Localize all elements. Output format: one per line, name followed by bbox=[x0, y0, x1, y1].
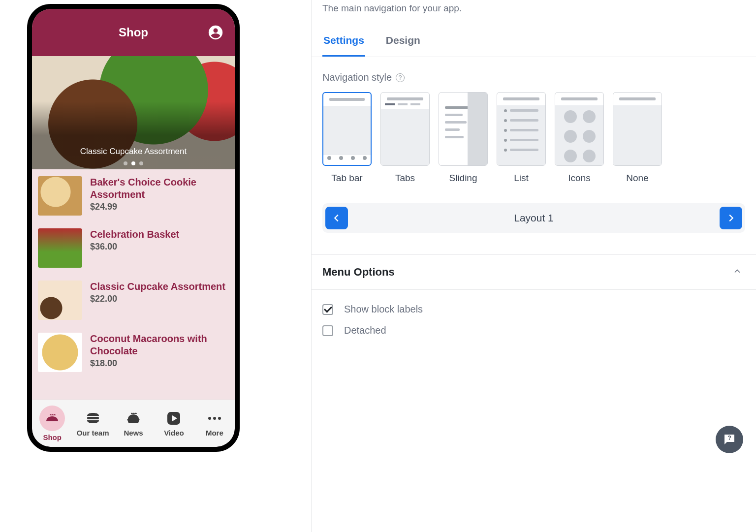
help-chat-button[interactable]: ? bbox=[716, 426, 743, 453]
nav-style-label: Tab bar bbox=[331, 173, 362, 184]
tab-label: News bbox=[124, 429, 143, 437]
nav-style-sliding[interactable]: Sliding bbox=[439, 92, 488, 184]
product-price: $18.00 bbox=[90, 358, 229, 369]
tab-design[interactable]: Design bbox=[385, 30, 421, 57]
hero-caption: Classic Cupcake Assortment bbox=[32, 147, 235, 156]
layout-selector: Layout 1 bbox=[322, 203, 745, 233]
svg-point-3 bbox=[213, 417, 216, 420]
chevron-up-icon bbox=[732, 266, 742, 278]
tab-label: Video bbox=[164, 429, 184, 437]
product-name: Baker's Choice Cookie Assortment bbox=[90, 176, 229, 201]
panel-description: The main navigation for your app. bbox=[312, 0, 756, 14]
product-item[interactable]: Celebration Basket $36.00 bbox=[38, 228, 229, 268]
option-detached[interactable]: Detached bbox=[322, 325, 745, 336]
nav-style-label: Navigation style ? bbox=[312, 57, 756, 85]
tab-more[interactable]: More bbox=[194, 400, 235, 447]
product-price: $24.99 bbox=[90, 202, 229, 212]
svg-point-2 bbox=[208, 417, 211, 420]
dish-icon bbox=[41, 410, 63, 427]
tab-label: Shop bbox=[43, 433, 62, 441]
nav-style-list[interactable]: List bbox=[497, 92, 546, 184]
nav-style-label: List bbox=[514, 173, 529, 184]
carousel-dots bbox=[32, 161, 235, 165]
nav-style-label: Sliding bbox=[449, 173, 477, 184]
product-price: $36.00 bbox=[90, 242, 179, 252]
layout-prev-button[interactable] bbox=[325, 207, 348, 229]
settings-panel: The main navigation for your app. Settin… bbox=[311, 0, 756, 532]
nav-style-tabs[interactable]: Tabs bbox=[380, 92, 430, 184]
product-thumb bbox=[38, 333, 82, 372]
nav-style-tab-bar[interactable]: Tab bar bbox=[322, 92, 372, 184]
svg-text:?: ? bbox=[727, 435, 731, 441]
carousel-dot-active[interactable] bbox=[131, 161, 135, 165]
tab-label: More bbox=[206, 429, 223, 437]
tab-settings[interactable]: Settings bbox=[322, 30, 365, 57]
product-thumb bbox=[38, 176, 82, 216]
nav-style-label-text: Navigation style bbox=[322, 72, 392, 83]
app-header: Shop bbox=[32, 9, 235, 56]
nav-style-thumb bbox=[555, 92, 604, 166]
nav-style-thumb bbox=[439, 92, 488, 166]
nav-style-thumb bbox=[322, 92, 372, 166]
product-thumb bbox=[38, 228, 82, 268]
dots-icon bbox=[203, 410, 226, 427]
product-name: Classic Cupcake Assortment bbox=[90, 281, 225, 293]
layout-label: Layout 1 bbox=[514, 212, 554, 224]
tab-video[interactable]: Video bbox=[154, 400, 194, 447]
phone-screen: Shop Classic Cupcake Assortment Baker's bbox=[32, 9, 235, 447]
panel-tabs: Settings Design bbox=[312, 30, 756, 57]
product-item[interactable]: Classic Cupcake Assortment $22.00 bbox=[38, 281, 229, 320]
product-price: $22.00 bbox=[90, 294, 225, 304]
carousel-dot[interactable] bbox=[124, 161, 127, 165]
nav-style-label: Tabs bbox=[395, 173, 415, 184]
nav-style-options: Tab bar Tabs bbox=[312, 85, 756, 184]
nav-style-thumb bbox=[497, 92, 546, 166]
tab-label: Our team bbox=[77, 429, 109, 437]
carousel-dot[interactable] bbox=[139, 161, 143, 165]
hero-carousel[interactable]: Classic Cupcake Assortment bbox=[32, 56, 235, 169]
svg-point-4 bbox=[218, 417, 221, 420]
product-name: Celebration Basket bbox=[90, 228, 179, 241]
nav-style-icons[interactable]: Icons bbox=[555, 92, 604, 184]
tab-news[interactable]: News bbox=[113, 400, 154, 447]
nav-style-none[interactable]: None bbox=[613, 92, 662, 184]
product-thumb bbox=[38, 281, 82, 320]
option-show-block-labels[interactable]: Show block labels bbox=[322, 304, 745, 315]
layout-next-button[interactable] bbox=[720, 207, 742, 229]
pie-icon bbox=[122, 410, 145, 427]
burger-icon bbox=[82, 410, 104, 427]
nav-style-label: None bbox=[626, 173, 648, 184]
tab-shop[interactable]: Shop bbox=[32, 400, 72, 447]
nav-style-label: Icons bbox=[568, 173, 590, 184]
menu-options-header[interactable]: Menu Options bbox=[312, 254, 756, 290]
menu-options-title: Menu Options bbox=[322, 266, 395, 279]
app-title: Shop bbox=[119, 26, 148, 39]
preview-tabbar: Shop Our team News bbox=[32, 400, 235, 447]
phone-preview-frame: Shop Classic Cupcake Assortment Baker's bbox=[27, 4, 240, 452]
option-label: Detached bbox=[344, 325, 386, 336]
checkbox-checked-icon[interactable] bbox=[322, 304, 333, 315]
checkbox-unchecked-icon[interactable] bbox=[322, 325, 333, 336]
help-icon[interactable]: ? bbox=[396, 73, 405, 82]
option-label: Show block labels bbox=[344, 304, 423, 315]
nav-style-thumb bbox=[380, 92, 430, 166]
profile-icon[interactable] bbox=[207, 24, 224, 41]
product-list[interactable]: Baker's Choice Cookie Assortment $24.99 … bbox=[32, 169, 235, 400]
tab-our-team[interactable]: Our team bbox=[72, 400, 113, 447]
product-item[interactable]: Baker's Choice Cookie Assortment $24.99 bbox=[38, 176, 229, 216]
svg-rect-0 bbox=[87, 417, 99, 419]
nav-style-thumb bbox=[613, 92, 662, 166]
product-item[interactable]: Coconut Macaroons with Chocolate $18.00 bbox=[38, 333, 229, 372]
product-name: Coconut Macaroons with Chocolate bbox=[90, 333, 229, 357]
menu-options-body: Show block labels Detached bbox=[312, 290, 756, 350]
play-icon bbox=[162, 410, 185, 427]
